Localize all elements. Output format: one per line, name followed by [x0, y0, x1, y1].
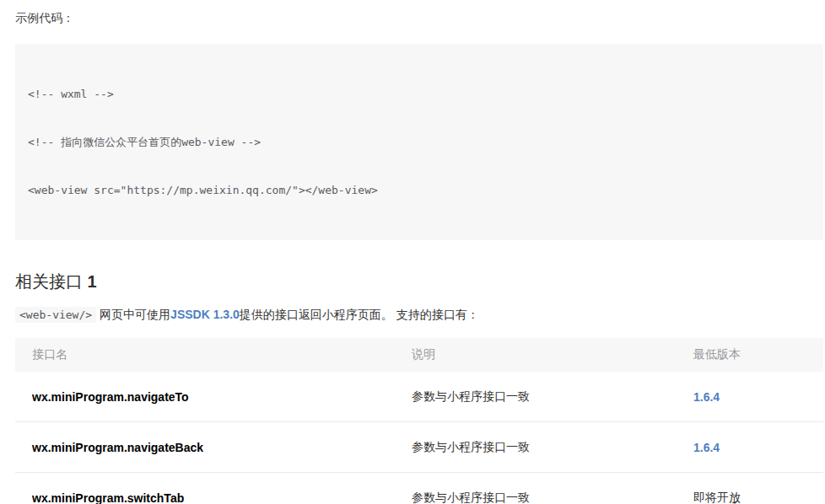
section-title: 相关接口 1 — [15, 271, 823, 292]
intro-paragraph: <web-view/>网页中可使用JSSDK 1.3.0提供的接口返回小程序页面… — [15, 306, 823, 324]
api-description: 参数与小程序接口一致 — [412, 440, 693, 455]
api-name-navigateback: wx.miniProgram.navigateBack — [15, 441, 412, 454]
version-status: 即将开放 — [693, 491, 741, 504]
api-table: 接口名 说明 最低版本 wx.miniProgram.navigateTo 参数… — [15, 338, 823, 504]
column-header-min-version: 最低版本 — [693, 347, 823, 362]
table-header-row: 接口名 说明 最低版本 — [15, 338, 823, 372]
version-link[interactable]: 1.6.4 — [693, 390, 720, 404]
code-block: <!-- wxml --> <!-- 指向微信公众平台首页的web-view -… — [15, 44, 823, 240]
version-link[interactable]: 1.6.4 — [693, 441, 720, 454]
section-title-number: 1 — [88, 272, 97, 291]
api-name-switchtab: wx.miniProgram.switchTab — [15, 491, 412, 504]
column-header-description: 说明 — [412, 347, 693, 362]
intro-text-after-link: 提供的接口返回小程序页面。 支持的接口有： — [240, 308, 479, 321]
example-code-label: 示例代码： — [15, 12, 823, 24]
table-row: wx.miniProgram.switchTab 参数与小程序接口一致 即将开放 — [15, 473, 823, 504]
code-line-comment-description: <!-- 指向微信公众平台首页的web-view --> — [28, 134, 811, 150]
api-description: 参数与小程序接口一致 — [412, 491, 693, 504]
doc-content: 示例代码： <!-- wxml --> <!-- 指向微信公众平台首页的web-… — [0, 0, 825, 504]
api-description: 参数与小程序接口一致 — [412, 389, 693, 405]
section-title-text: 相关接口 — [15, 272, 83, 291]
table-row: wx.miniProgram.navigateBack 参数与小程序接口一致 1… — [15, 422, 823, 473]
code-line-comment-wxml: <!-- wxml --> — [28, 86, 811, 102]
inline-code-webview: <web-view/> — [15, 307, 96, 323]
api-name-navigateto: wx.miniProgram.navigateTo — [15, 390, 412, 404]
intro-text-before-link: 网页中可使用 — [100, 308, 170, 321]
table-row: wx.miniProgram.navigateTo 参数与小程序接口一致 1.6… — [15, 372, 823, 422]
jssdk-link[interactable]: JSSDK 1.3.0 — [170, 308, 240, 321]
code-line-webview-tag: <web-view src="https://mp.weixin.qq.com/… — [28, 182, 811, 198]
column-header-api-name: 接口名 — [15, 347, 412, 362]
